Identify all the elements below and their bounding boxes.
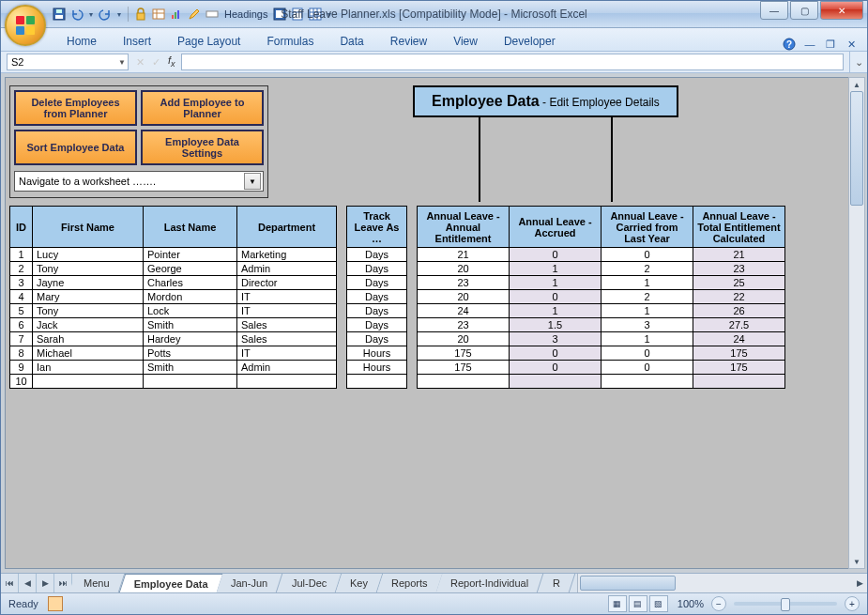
- table-row[interactable]: 17500175: [418, 346, 785, 361]
- view-grid-icon[interactable]: [308, 7, 323, 22]
- navigate-worksheet-select[interactable]: Navigate to a worksheet ……. ▼: [14, 171, 264, 192]
- help-icon[interactable]: ?: [783, 38, 796, 51]
- column-header[interactable]: Annual Leave - Carried from Last Year: [602, 207, 693, 248]
- maximize-button[interactable]: ▢: [790, 1, 818, 20]
- zoom-in-button[interactable]: +: [845, 596, 860, 611]
- table-row[interactable]: 231125: [418, 276, 785, 290]
- tab-first-icon[interactable]: ⏮: [1, 574, 19, 592]
- track-table[interactable]: Track Leave As … DaysDaysDaysDaysDaysDay…: [346, 206, 407, 389]
- redo-icon[interactable]: [98, 7, 113, 22]
- tab-prev-icon[interactable]: ◀: [19, 574, 37, 592]
- table-row[interactable]: Days: [347, 276, 407, 290]
- chart-icon[interactable]: [169, 7, 184, 22]
- sheet-tab-report-individual[interactable]: Report-Individual: [436, 574, 544, 592]
- table-row[interactable]: 10: [10, 375, 337, 389]
- delete-employees-button[interactable]: Delete Employees from Planner: [14, 90, 137, 126]
- headings-toggle[interactable]: Headings: [222, 8, 269, 20]
- scroll-down-icon[interactable]: ▼: [849, 555, 864, 568]
- ribbon-tab-developer[interactable]: Developer: [491, 31, 569, 51]
- column-header[interactable]: Last Name: [144, 207, 237, 248]
- table-row[interactable]: [418, 375, 785, 389]
- workbook-restore-icon[interactable]: ❐: [824, 38, 837, 51]
- table-row[interactable]: 231.5327.5: [418, 318, 785, 332]
- column-header[interactable]: Department: [237, 207, 337, 248]
- scroll-thumb[interactable]: [850, 91, 863, 206]
- ribbon-tab-home[interactable]: Home: [53, 31, 110, 51]
- table-row[interactable]: Days: [347, 318, 407, 332]
- chevron-down-icon[interactable]: ▼: [118, 58, 126, 67]
- employee-table[interactable]: IDFirst NameLast NameDepartment 1LucyPoi…: [9, 206, 337, 389]
- horizontal-scrollbar[interactable]: ▶: [577, 574, 867, 592]
- view-layout-button[interactable]: ▤: [629, 595, 647, 612]
- zoom-level[interactable]: 100%: [678, 598, 704, 609]
- table-row[interactable]: 8MichaelPottsIT: [10, 346, 337, 361]
- ribbon-tab-insert[interactable]: Insert: [110, 31, 164, 51]
- qat-customize-icon[interactable]: ▾: [326, 10, 333, 19]
- view-page-icon[interactable]: [290, 7, 305, 22]
- minimize-button[interactable]: ―: [760, 1, 788, 20]
- scroll-thumb[interactable]: [580, 576, 676, 591]
- table-row[interactable]: 3JayneCharlesDirector: [10, 276, 337, 290]
- table-row[interactable]: 6JackSmithSales: [10, 318, 337, 332]
- table-row[interactable]: [347, 375, 407, 389]
- table-row[interactable]: Hours: [347, 361, 407, 375]
- view-normal-icon[interactable]: [272, 7, 287, 22]
- sheet-tab-jul-dec[interactable]: Jul-Dec: [277, 574, 342, 592]
- table-row[interactable]: 201223: [418, 262, 785, 276]
- zoom-slider[interactable]: [734, 602, 837, 606]
- sort-employee-button[interactable]: Sort Employee Data: [14, 130, 137, 165]
- tab-next-icon[interactable]: ▶: [37, 574, 54, 592]
- leave-table[interactable]: Annual Leave - Annual EntitlementAnnual …: [417, 206, 785, 389]
- table-row[interactable]: Days: [347, 304, 407, 318]
- redo-dropdown-icon[interactable]: ▾: [115, 10, 123, 19]
- formula-bar-toggle-icon[interactable]: [205, 7, 220, 22]
- edit-icon[interactable]: [187, 7, 202, 22]
- lock-icon[interactable]: [133, 7, 148, 22]
- table-row[interactable]: 1LucyPointerMarketing: [10, 248, 337, 262]
- sheet-tab-menu[interactable]: Menu: [69, 574, 125, 592]
- worksheet[interactable]: Delete Employees from Planner Add Employ…: [5, 77, 850, 569]
- office-button[interactable]: [5, 5, 46, 46]
- vertical-scrollbar[interactable]: ▲ ▼: [848, 77, 865, 569]
- sheet-tab-r[interactable]: R: [538, 574, 574, 592]
- table-row[interactable]: 200222: [418, 290, 785, 304]
- column-header[interactable]: Annual Leave - Annual Entitlement: [418, 207, 510, 248]
- worksheet-icon[interactable]: [151, 7, 166, 22]
- table-row[interactable]: Days: [347, 262, 407, 276]
- sheet-tab-jan-jun[interactable]: Jan-Jun: [217, 574, 283, 592]
- table-row[interactable]: 241126: [418, 304, 785, 318]
- name-box[interactable]: S2▼: [7, 54, 129, 70]
- undo-icon[interactable]: [69, 7, 84, 22]
- column-header[interactable]: Annual Leave - Total Entitlement Calcula…: [693, 207, 785, 248]
- chevron-down-icon[interactable]: ▼: [244, 173, 261, 190]
- sheet-tab-reports[interactable]: Reports: [377, 574, 443, 592]
- table-row[interactable]: Days: [347, 290, 407, 304]
- close-button[interactable]: ✕: [820, 1, 863, 20]
- table-row[interactable]: 210021: [418, 248, 785, 262]
- table-row[interactable]: Days: [347, 332, 407, 346]
- fx-icon[interactable]: fx: [168, 54, 175, 69]
- table-row[interactable]: 203124: [418, 332, 785, 346]
- sheet-tab-key[interactable]: Key: [336, 574, 383, 592]
- ribbon-minimize-icon[interactable]: ―: [803, 38, 816, 51]
- sheet-tab-employee-data[interactable]: Employee Data: [118, 574, 222, 592]
- table-row[interactable]: 2TonyGeorgeAdmin: [10, 262, 337, 276]
- employee-settings-button[interactable]: Employee Data Settings: [141, 130, 264, 165]
- column-header[interactable]: First Name: [33, 207, 144, 248]
- ribbon-tab-formulas[interactable]: Formulas: [253, 31, 327, 51]
- table-row[interactable]: 7SarahHardeySales: [10, 332, 337, 346]
- table-row[interactable]: 17500175: [418, 361, 785, 375]
- table-row[interactable]: Days: [347, 248, 407, 262]
- workbook-close-icon[interactable]: ✕: [845, 38, 858, 51]
- ribbon-tab-view[interactable]: View: [440, 31, 491, 51]
- ribbon-tab-review[interactable]: Review: [377, 31, 440, 51]
- macro-record-icon[interactable]: [48, 596, 63, 611]
- add-employee-button[interactable]: Add Employee to Planner: [141, 90, 264, 126]
- scroll-up-icon[interactable]: ▲: [849, 78, 864, 91]
- scroll-right-icon[interactable]: ▶: [852, 574, 867, 592]
- ribbon-tab-data[interactable]: Data: [327, 31, 376, 51]
- save-icon[interactable]: [52, 7, 67, 22]
- undo-dropdown-icon[interactable]: ▾: [87, 10, 95, 19]
- column-header[interactable]: ID: [10, 207, 33, 248]
- formula-input[interactable]: [181, 54, 844, 70]
